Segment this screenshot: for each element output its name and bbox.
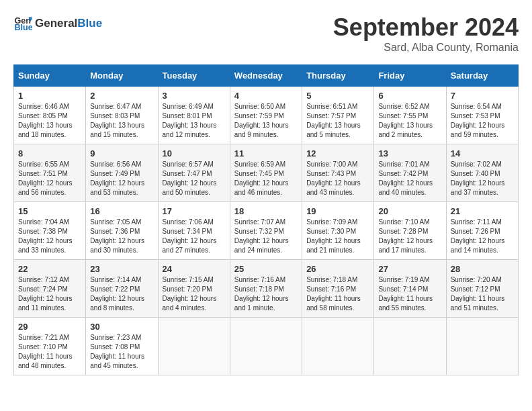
- sunrise: Sunrise: 7:21 AM: [18, 334, 69, 341]
- day-content: Sunrise: 7:23 AM Sunset: 7:08 PM Dayligh…: [90, 333, 153, 371]
- daylight: Daylight: 12 hours and 56 minutes.: [18, 179, 73, 196]
- sunset: Sunset: 7:49 PM: [90, 170, 140, 177]
- daylight: Daylight: 12 hours and 1 minute.: [234, 295, 289, 312]
- calendar-subtitle: Sard, Alba County, Romania: [333, 42, 519, 54]
- daylight: Daylight: 13 hours and 9 minutes.: [234, 122, 289, 138]
- day-number: 15: [18, 206, 81, 216]
- sunset: Sunset: 7:55 PM: [378, 112, 428, 120]
- day-number: 8: [18, 148, 81, 158]
- sunrise: Sunrise: 6:55 AM: [18, 161, 69, 168]
- day-number: 3: [163, 91, 226, 101]
- table-cell: 11 Sunrise: 6:59 AM Sunset: 7:45 PM Dayl…: [230, 144, 302, 202]
- sunset: Sunset: 7:53 PM: [451, 112, 500, 120]
- sunrise: Sunrise: 6:50 AM: [234, 103, 285, 110]
- sunrise: Sunrise: 6:56 AM: [90, 161, 141, 168]
- daylight: Daylight: 12 hours and 43 minutes.: [306, 179, 361, 196]
- sunset: Sunset: 7:36 PM: [90, 228, 140, 235]
- daylight: Daylight: 12 hours and 27 minutes.: [163, 237, 217, 254]
- title-section: September 2024 Sard, Alba County, Romani…: [333, 13, 519, 54]
- table-cell: [158, 318, 230, 375]
- sunrise: Sunrise: 6:57 AM: [163, 161, 214, 168]
- daylight: Daylight: 12 hours and 8 minutes.: [90, 295, 144, 312]
- day-content: Sunrise: 7:16 AM Sunset: 7:18 PM Dayligh…: [234, 275, 298, 313]
- table-cell: 3 Sunrise: 6:49 AM Sunset: 8:01 PM Dayli…: [158, 87, 230, 144]
- day-content: Sunrise: 7:21 AM Sunset: 7:10 PM Dayligh…: [18, 333, 81, 371]
- sunrise: Sunrise: 7:20 AM: [451, 276, 502, 283]
- table-cell: 10 Sunrise: 6:57 AM Sunset: 7:47 PM Dayl…: [158, 144, 230, 202]
- day-number: 11: [234, 148, 298, 158]
- sunset: Sunset: 7:16 PM: [306, 285, 356, 293]
- day-number: 7: [451, 91, 514, 101]
- day-content: Sunrise: 7:18 AM Sunset: 7:16 PM Dayligh…: [306, 275, 369, 313]
- daylight: Daylight: 12 hours and 46 minutes.: [234, 179, 289, 196]
- sunset: Sunset: 7:14 PM: [378, 285, 428, 293]
- day-content: Sunrise: 7:15 AM Sunset: 7:20 PM Dayligh…: [163, 275, 226, 313]
- table-cell: 14 Sunrise: 7:02 AM Sunset: 7:40 PM Dayl…: [446, 144, 518, 202]
- day-content: Sunrise: 6:55 AM Sunset: 7:51 PM Dayligh…: [18, 160, 81, 197]
- table-cell: 8 Sunrise: 6:55 AM Sunset: 7:51 PM Dayli…: [14, 144, 86, 202]
- table-cell: 2 Sunrise: 6:47 AM Sunset: 8:03 PM Dayli…: [86, 87, 158, 144]
- daylight: Daylight: 12 hours and 37 minutes.: [451, 179, 505, 196]
- calendar-table: Sunday Monday Tuesday Wednesday Thursday…: [13, 64, 519, 375]
- week-row-1: 1 Sunrise: 6:46 AM Sunset: 8:05 PM Dayli…: [14, 87, 519, 144]
- table-cell: 22 Sunrise: 7:12 AM Sunset: 7:24 PM Dayl…: [14, 260, 86, 318]
- table-cell: 20 Sunrise: 7:10 AM Sunset: 7:28 PM Dayl…: [374, 202, 446, 260]
- daylight: Daylight: 12 hours and 14 minutes.: [451, 237, 505, 254]
- sunset: Sunset: 7:45 PM: [234, 170, 284, 177]
- table-cell: 26 Sunrise: 7:18 AM Sunset: 7:16 PM Dayl…: [302, 260, 374, 318]
- table-cell: [302, 318, 374, 375]
- sunrise: Sunrise: 7:16 AM: [234, 276, 285, 283]
- day-content: Sunrise: 6:50 AM Sunset: 7:59 PM Dayligh…: [234, 102, 298, 140]
- daylight: Daylight: 12 hours and 24 minutes.: [234, 237, 289, 254]
- day-number: 24: [163, 264, 226, 274]
- page-header: Gen Blue GeneralBlue September 2024 Sard…: [13, 13, 519, 54]
- sunset: Sunset: 7:32 PM: [234, 228, 284, 235]
- daylight: Daylight: 11 hours and 58 minutes.: [306, 295, 361, 312]
- table-cell: 15 Sunrise: 7:04 AM Sunset: 7:38 PM Dayl…: [14, 202, 86, 260]
- table-cell: 6 Sunrise: 6:52 AM Sunset: 7:55 PM Dayli…: [374, 87, 446, 144]
- day-number: 21: [451, 206, 514, 216]
- sunrise: Sunrise: 7:10 AM: [378, 218, 429, 226]
- day-number: 17: [163, 206, 226, 216]
- sunrise: Sunrise: 7:18 AM: [306, 276, 357, 283]
- day-number: 18: [234, 206, 298, 216]
- col-tuesday: Tuesday: [158, 65, 230, 87]
- day-number: 25: [234, 264, 298, 274]
- sunset: Sunset: 7:22 PM: [90, 285, 140, 293]
- sunset: Sunset: 7:28 PM: [378, 228, 428, 235]
- col-friday: Friday: [374, 65, 446, 87]
- sunset: Sunset: 7:38 PM: [18, 228, 68, 235]
- day-number: 14: [451, 148, 514, 158]
- daylight: Daylight: 12 hours and 11 minutes.: [18, 295, 73, 312]
- table-cell: 18 Sunrise: 7:07 AM Sunset: 7:32 PM Dayl…: [230, 202, 302, 260]
- sunrise: Sunrise: 7:11 AM: [451, 218, 502, 226]
- table-cell: 16 Sunrise: 7:05 AM Sunset: 7:36 PM Dayl…: [86, 202, 158, 260]
- day-number: 29: [18, 322, 81, 332]
- week-row-5: 29 Sunrise: 7:21 AM Sunset: 7:10 PM Dayl…: [14, 318, 519, 375]
- day-content: Sunrise: 7:00 AM Sunset: 7:43 PM Dayligh…: [306, 160, 369, 197]
- daylight: Daylight: 13 hours and 5 minutes.: [306, 122, 361, 138]
- sunrise: Sunrise: 6:54 AM: [451, 103, 502, 110]
- day-content: Sunrise: 7:02 AM Sunset: 7:40 PM Dayligh…: [451, 160, 514, 197]
- day-number: 4: [234, 91, 298, 101]
- day-number: 22: [18, 264, 81, 274]
- sunrise: Sunrise: 7:06 AM: [163, 218, 214, 226]
- daylight: Daylight: 12 hours and 30 minutes.: [90, 237, 144, 254]
- daylight: Daylight: 12 hours and 53 minutes.: [90, 179, 144, 196]
- day-content: Sunrise: 7:01 AM Sunset: 7:42 PM Dayligh…: [378, 160, 441, 197]
- sunrise: Sunrise: 6:59 AM: [234, 161, 285, 168]
- day-content: Sunrise: 7:05 AM Sunset: 7:36 PM Dayligh…: [90, 218, 153, 255]
- logo: Gen Blue GeneralBlue: [13, 13, 102, 32]
- table-cell: 12 Sunrise: 7:00 AM Sunset: 7:43 PM Dayl…: [302, 144, 374, 202]
- day-number: 13: [378, 148, 441, 158]
- sunrise: Sunrise: 7:01 AM: [378, 161, 429, 168]
- sunset: Sunset: 7:51 PM: [18, 170, 68, 177]
- week-row-3: 15 Sunrise: 7:04 AM Sunset: 7:38 PM Dayl…: [14, 202, 519, 260]
- sunset: Sunset: 7:30 PM: [306, 228, 356, 235]
- table-cell: 29 Sunrise: 7:21 AM Sunset: 7:10 PM Dayl…: [14, 318, 86, 375]
- daylight: Daylight: 11 hours and 51 minutes.: [451, 295, 505, 312]
- daylight: Daylight: 13 hours and 15 minutes.: [90, 122, 144, 138]
- day-content: Sunrise: 7:07 AM Sunset: 7:32 PM Dayligh…: [234, 218, 298, 255]
- daylight: Daylight: 11 hours and 45 minutes.: [90, 353, 144, 369]
- table-cell: [230, 318, 302, 375]
